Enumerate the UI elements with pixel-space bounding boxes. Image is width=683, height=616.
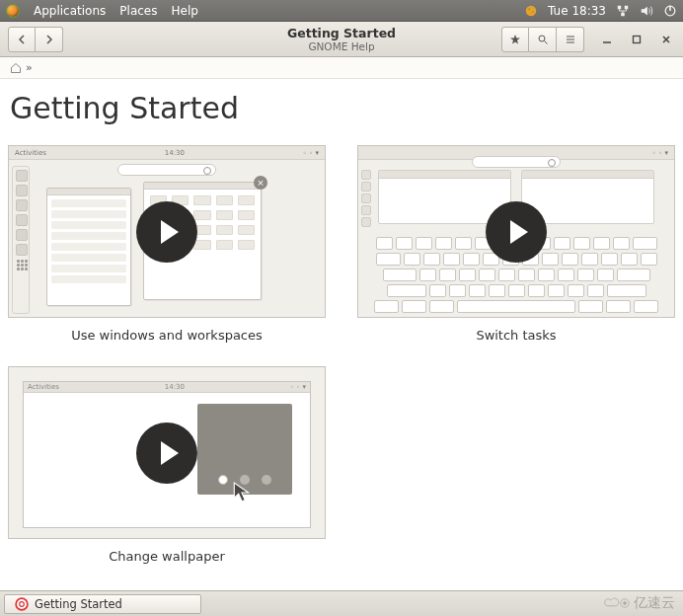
svg-rect-4 (625, 5, 629, 9)
volume-icon[interactable] (640, 4, 653, 18)
menu-button[interactable] (557, 27, 584, 52)
topic-caption: Change wallpaper (8, 549, 326, 564)
clock[interactable]: Tue 18:33 (548, 4, 606, 18)
topic-card-windows-workspaces[interactable]: Activities14:30◦ ◦ ▾ × Use windows and w… (8, 145, 326, 343)
system-menu-bar: Applications Places Help (6, 4, 510, 18)
toolbar-right-group (501, 27, 584, 52)
svg-rect-11 (634, 36, 641, 42)
distro-logo-icon (6, 4, 20, 18)
maximize-button[interactable] (628, 31, 645, 48)
topic-thumbnail: Activities14:30◦ ◦ ▾ (8, 366, 326, 539)
topic-caption: Switch tasks (357, 328, 675, 343)
back-button[interactable] (8, 27, 36, 52)
svg-point-1 (528, 8, 530, 10)
page-title: Getting Started (10, 91, 675, 125)
svg-point-15 (624, 602, 627, 605)
weather-icon[interactable] (524, 4, 538, 18)
play-icon (486, 201, 547, 263)
menu-applications[interactable]: Applications (34, 4, 106, 18)
system-panel: Applications Places Help Tue 18:33 (0, 0, 683, 22)
watermark: 亿速云 (604, 594, 675, 612)
svg-point-0 (526, 5, 537, 16)
network-icon[interactable] (616, 4, 630, 18)
window-controls (598, 31, 675, 48)
search-button[interactable] (529, 27, 557, 52)
svg-point-13 (20, 601, 25, 606)
play-icon (136, 423, 197, 484)
forward-button[interactable] (36, 27, 63, 52)
svg-point-2 (532, 11, 534, 13)
topic-card-change-wallpaper[interactable]: Activities14:30◦ ◦ ▾ Change wallpaper (8, 366, 326, 564)
taskbar-entry-help[interactable]: Getting Started (4, 594, 201, 614)
play-icon (136, 201, 197, 263)
svg-line-9 (544, 40, 547, 43)
nav-button-group (8, 27, 63, 52)
help-app-icon (15, 597, 29, 611)
bookmark-button[interactable] (501, 27, 529, 52)
bottom-taskbar: Getting Started 亿速云 (0, 590, 683, 616)
power-icon[interactable] (663, 4, 677, 18)
close-button[interactable] (657, 31, 675, 48)
minimize-button[interactable] (598, 31, 616, 48)
taskbar-entry-label: Getting Started (35, 597, 122, 611)
svg-rect-5 (621, 12, 625, 16)
menu-places[interactable]: Places (119, 4, 157, 18)
topic-thumbnail: Activities14:30◦ ◦ ▾ × (8, 145, 326, 318)
breadcrumb-separator: » (26, 61, 33, 74)
svg-rect-3 (618, 5, 622, 9)
help-content: Getting Started Activities14:30◦ ◦ ▾ × U… (0, 79, 683, 590)
topic-caption: Use windows and workspaces (8, 328, 326, 343)
breadcrumb-home-icon[interactable] (10, 62, 22, 74)
topic-thumbnail: ◦ ◦ ▾ (357, 145, 675, 318)
topic-card-switch-tasks[interactable]: ◦ ◦ ▾ Switch tasks (357, 145, 675, 343)
breadcrumb: » (0, 57, 683, 79)
svg-point-8 (539, 36, 545, 41)
help-window-headerbar: Getting Started GNOME Help (0, 22, 683, 57)
topic-grid: Activities14:30◦ ◦ ▾ × Use windows and w… (8, 145, 675, 564)
system-status-area: Tue 18:33 (524, 4, 677, 18)
menu-help[interactable]: Help (171, 4, 197, 18)
